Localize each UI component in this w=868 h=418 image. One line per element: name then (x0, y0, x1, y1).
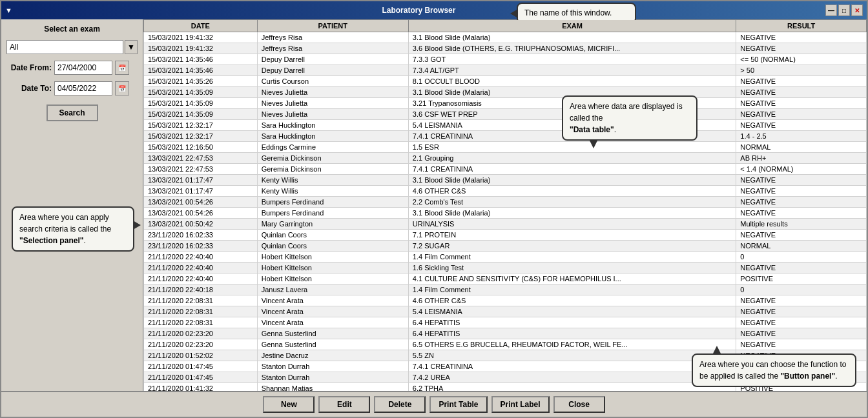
table-row[interactable]: 15/03/2021 14:35:09Nieves Julietta3.6 CS… (144, 109, 867, 120)
table-row[interactable]: 21/11/2020 22:08:31Vincent Arata4.6 OTHE… (144, 295, 867, 306)
exam-combo-input[interactable] (6, 40, 123, 54)
table-row[interactable]: 13/03/2021 01:17:47Kenty Willis4.6 OTHER… (144, 186, 867, 197)
window-menu-icon[interactable]: ▼ (5, 6, 12, 14)
table-body: 15/03/2021 19:41:32Jeffreys Risa3.1 Bloo… (144, 32, 867, 392)
table-header: DATE PATIENT EXAM RESULT (144, 20, 867, 32)
print-label-button[interactable]: Print Label (491, 396, 550, 413)
date-from-row: Date From: 📅 (6, 61, 138, 75)
table-row[interactable]: 15/03/2021 14:35:46Depuy Darrell7.3.4 AL… (144, 65, 867, 76)
table-row[interactable]: 13/03/2021 00:50:42Mary GarringtonURINAL… (144, 219, 867, 230)
date-from-label: Date From: (6, 63, 52, 72)
table-scroll-area[interactable]: DATE PATIENT EXAM RESULT 15/03/2021 19:4… (143, 19, 867, 391)
date-from-input[interactable] (54, 61, 112, 75)
close-button[interactable]: Close (553, 396, 605, 413)
data-table: DATE PATIENT EXAM RESULT 15/03/2021 19:4… (143, 19, 867, 391)
column-header-exam: EXAM (408, 20, 736, 32)
table-row[interactable]: 21/11/2020 22:08:31Vincent Arata6.4 HEPA… (144, 317, 867, 328)
table-row[interactable]: 21/11/2020 22:40:40Hobert Kittelson1.6 S… (144, 263, 867, 274)
selection-panel: Select an exam ▼ Date From: 📅 Date To: 📅… (1, 19, 143, 391)
date-to-calendar-button[interactable]: 📅 (115, 81, 129, 95)
table-row[interactable]: 15/03/2021 12:16:50Eddings Carmine1.5 ES… (144, 142, 867, 153)
maximize-button[interactable]: □ (838, 5, 850, 16)
table-row[interactable]: 15/03/2021 19:41:32Jeffreys Risa3.6 Bloo… (144, 43, 867, 54)
table-row[interactable]: 23/11/2020 16:02:33Quinlan Coors7.1 PROT… (144, 230, 867, 241)
table-row[interactable]: 23/11/2020 16:02:33Quinlan Coors7.2 SUGA… (144, 241, 867, 252)
column-header-result: RESULT (736, 20, 867, 32)
exam-combo-arrow[interactable]: ▼ (125, 40, 138, 54)
table-row[interactable]: 15/03/2021 14:35:09Nieves Julietta3.21 T… (144, 98, 867, 109)
window-title: Laboratory Browser (12, 6, 825, 15)
delete-button[interactable]: Delete (374, 396, 426, 413)
table-row[interactable]: 21/11/2020 01:47:45Stanton Durrah7.4.1 C… (144, 361, 867, 372)
edit-button[interactable]: Edit (318, 396, 370, 413)
table-row[interactable]: 13/03/2021 01:17:47Kenty Willis3.1 Blood… (144, 175, 867, 186)
date-to-label: Date To: (6, 84, 52, 93)
close-window-button[interactable]: ✕ (851, 5, 863, 16)
select-exam-label: Select an exam (6, 25, 138, 34)
date-to-row: Date To: 📅 (6, 81, 138, 95)
button-panel: New Edit Delete Print Table Print Label … (1, 391, 867, 417)
table-row[interactable]: 15/03/2021 14:35:09Nieves Julietta3.1 Bl… (144, 87, 867, 98)
exam-combo-container: ▼ (6, 40, 138, 54)
table-row[interactable]: 21/11/2020 22:40:18Janusz Lavera1.4 Film… (144, 284, 867, 295)
date-from-calendar-button[interactable]: 📅 (115, 61, 129, 75)
table-row[interactable]: 21/11/2020 22:40:40Hobert Kittelson1.4 F… (144, 252, 867, 263)
title-bar-left: ▼ (5, 6, 12, 14)
minimize-button[interactable]: — (825, 5, 837, 16)
table-row[interactable]: 21/11/2020 22:08:31Vincent Arata5.4 LEIS… (144, 306, 867, 317)
date-to-input[interactable] (54, 81, 112, 95)
table-row[interactable]: 13/03/2021 00:54:26Bumpers Ferdinand3.1 … (144, 208, 867, 219)
table-row[interactable]: 21/11/2020 22:40:40Hobert Kittelson4.1 C… (144, 274, 867, 284)
main-window: ▼ Laboratory Browser — □ ✕ Select an exa… (0, 0, 868, 418)
table-row[interactable]: 21/11/2020 02:23:20Genna Susterlind6.5 O… (144, 339, 867, 350)
column-header-patient: PATIENT (257, 20, 408, 32)
table-row[interactable]: 13/03/2021 00:54:26Bumpers Ferdinand2.2 … (144, 197, 867, 208)
table-row[interactable]: 21/11/2020 01:41:32Shannan Matias6.2 TPH… (144, 383, 867, 392)
new-button[interactable]: New (263, 396, 315, 413)
title-bar: ▼ Laboratory Browser — □ ✕ (1, 1, 867, 19)
table-row[interactable]: 15/03/2021 14:35:46Depuy Darrell7.3.3 GO… (144, 54, 867, 65)
search-button[interactable]: Search (46, 104, 98, 121)
print-table-button[interactable]: Print Table (429, 396, 487, 413)
table-row[interactable]: 15/03/2021 12:32:17Sara Hucklington7.4.1… (144, 131, 867, 142)
column-header-date: DATE (144, 20, 258, 32)
table-row[interactable]: 21/11/2020 01:52:02Jestine Dacruz5.5 ZNN… (144, 350, 867, 361)
main-content: Select an exam ▼ Date From: 📅 Date To: 📅… (1, 19, 867, 391)
window-controls: — □ ✕ (825, 5, 863, 16)
table-row[interactable]: 21/11/2020 02:23:20Genna Susterlind6.4 H… (144, 328, 867, 339)
table-row[interactable]: 13/03/2021 22:47:53Geremia Dickinson7.4.… (144, 164, 867, 175)
table-row[interactable]: 15/03/2021 12:32:17Sara Hucklington5.4 L… (144, 120, 867, 131)
table-row[interactable]: 21/11/2020 01:47:45Stanton Durrah7.4.2 U… (144, 372, 867, 383)
data-table-container: DATE PATIENT EXAM RESULT 15/03/2021 19:4… (143, 19, 867, 391)
table-row[interactable]: 15/03/2021 19:41:32Jeffreys Risa3.1 Bloo… (144, 32, 867, 43)
table-row[interactable]: 13/03/2021 22:47:53Geremia Dickinson2.1 … (144, 153, 867, 164)
table-row[interactable]: 15/03/2021 14:35:26Curtis Courson8.1 OCC… (144, 76, 867, 87)
